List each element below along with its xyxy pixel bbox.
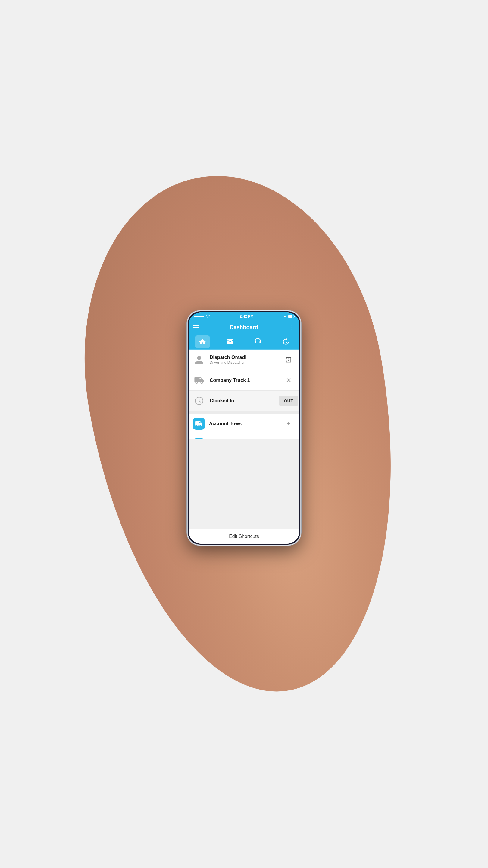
clock-action[interactable]: OUT bbox=[282, 394, 295, 407]
clock-icon bbox=[193, 395, 205, 407]
truck-info: Company Truck 1 bbox=[210, 378, 282, 383]
list-item-user[interactable]: Dispatch Omadi Driver and Dispatcher bbox=[189, 350, 299, 370]
more-options-button[interactable]: ⋮ bbox=[289, 324, 295, 331]
truck-action[interactable]: ✕ bbox=[282, 374, 295, 387]
plus-icon: + bbox=[287, 421, 291, 427]
menu-line-3 bbox=[193, 329, 199, 330]
list-container: Dispatch Omadi Driver and Dispatcher bbox=[189, 350, 299, 439]
account-tows-info: Account Tows bbox=[209, 421, 282, 427]
nav-bar: Dashboard ⋮ bbox=[189, 321, 299, 334]
clock-status: Clocked In bbox=[210, 398, 282, 404]
headset-icon bbox=[254, 338, 262, 346]
battery-fill bbox=[288, 315, 293, 318]
tab-support[interactable] bbox=[250, 336, 265, 348]
menu-line-2 bbox=[193, 327, 199, 328]
exit-icon bbox=[285, 356, 292, 363]
status-right: ✷ bbox=[284, 315, 294, 318]
phone-frame: 2:42 PM ✷ Dashboard bbox=[187, 310, 301, 546]
signal-dot-2 bbox=[196, 316, 198, 317]
close-icon: ✕ bbox=[286, 377, 291, 384]
list-item-clock[interactable]: Clocked In OUT bbox=[189, 391, 299, 411]
separator-1 bbox=[189, 411, 299, 413]
status-bar: 2:42 PM ✷ bbox=[189, 312, 299, 321]
signal-strength bbox=[194, 316, 204, 317]
bluetooth-icon: ✷ bbox=[284, 315, 286, 318]
list-item-heavy-duty[interactable]: H Heavy Duty + bbox=[189, 434, 299, 439]
bottom-spacer bbox=[189, 439, 299, 529]
mail-icon bbox=[226, 338, 234, 346]
battery-indicator bbox=[288, 315, 294, 318]
user-role: Driver and Dispatcher bbox=[210, 361, 282, 365]
signal-dot-5 bbox=[202, 316, 204, 317]
truck-icon bbox=[193, 374, 205, 387]
phone-inner: 2:42 PM ✷ Dashboard bbox=[188, 311, 300, 545]
tab-mail[interactable] bbox=[223, 336, 238, 348]
list-item-truck[interactable]: Company Truck 1 ✕ bbox=[189, 370, 299, 391]
menu-button[interactable] bbox=[193, 325, 199, 330]
menu-line-1 bbox=[193, 325, 199, 326]
user-action[interactable] bbox=[282, 353, 295, 367]
user-icon bbox=[193, 353, 205, 366]
heavy-duty-add[interactable]: + bbox=[282, 438, 295, 439]
signal-dot-3 bbox=[198, 316, 200, 317]
out-button[interactable]: OUT bbox=[279, 396, 298, 406]
signal-dot-4 bbox=[200, 316, 202, 317]
main-content: Dispatch Omadi Driver and Dispatcher bbox=[189, 350, 299, 544]
signal-dot-1 bbox=[194, 316, 195, 317]
edit-shortcuts-bar[interactable]: Edit Shortcuts bbox=[189, 529, 299, 544]
phone-screen: 2:42 PM ✷ Dashboard bbox=[189, 312, 299, 544]
home-icon bbox=[198, 338, 206, 346]
tow-truck-icon bbox=[195, 420, 203, 428]
tab-bar bbox=[189, 334, 299, 350]
status-left bbox=[194, 315, 210, 318]
heavy-duty-icon-bg: H bbox=[193, 438, 205, 439]
account-tows-icon-bg bbox=[193, 418, 205, 430]
tab-history[interactable] bbox=[278, 336, 293, 348]
status-time: 2:42 PM bbox=[240, 314, 253, 318]
user-name: Dispatch Omadi bbox=[210, 355, 282, 360]
tab-home[interactable] bbox=[195, 336, 210, 348]
truck-name: Company Truck 1 bbox=[210, 378, 282, 383]
account-tows-add[interactable]: + bbox=[282, 417, 295, 430]
clock-info: Clocked In bbox=[210, 398, 282, 404]
account-tows-label: Account Tows bbox=[209, 421, 282, 427]
list-item-account-tows[interactable]: Account Tows + bbox=[189, 413, 299, 434]
history-icon bbox=[282, 338, 290, 346]
page-title: Dashboard bbox=[230, 324, 258, 331]
user-info: Dispatch Omadi Driver and Dispatcher bbox=[210, 355, 282, 365]
edit-shortcuts-label: Edit Shortcuts bbox=[229, 534, 259, 539]
wifi-icon bbox=[206, 315, 210, 318]
